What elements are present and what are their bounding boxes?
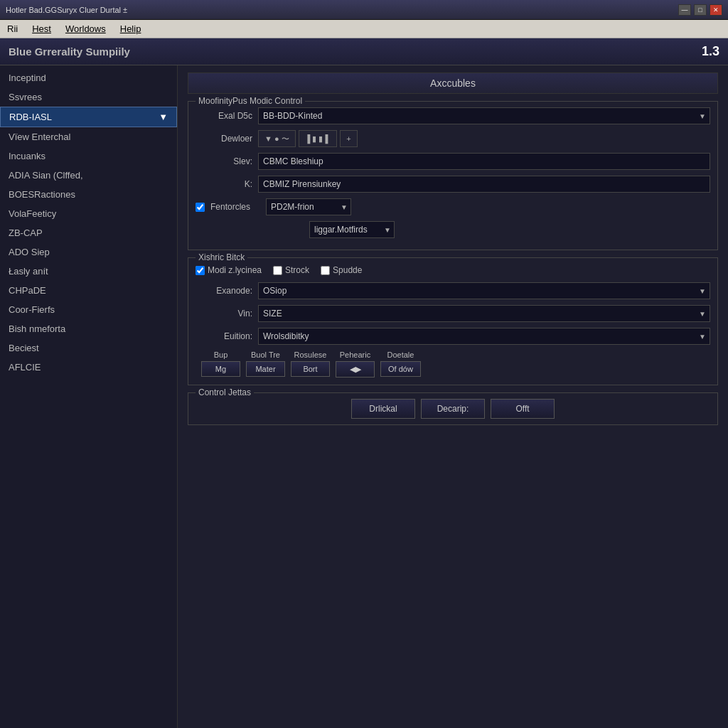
slev-row: Slev: [196, 153, 710, 170]
buol-tre-label: Buol Tre [251, 350, 280, 359]
doetale-button[interactable]: Of dów [380, 361, 421, 377]
fentorcles-select[interactable]: PD2M-frion [266, 198, 351, 215]
sidebar-item-bish[interactable]: Bish nmeforta [0, 319, 177, 338]
sidebar-item-view[interactable]: Vïew Enterchal [0, 127, 177, 146]
vin-row: Vin: SIZE ▼ [196, 305, 710, 322]
sidebar-item-rdb[interactable]: RDB-IASL ▼ [0, 107, 177, 127]
sidebar-item-inceptind[interactable]: Inceptind [0, 68, 177, 87]
modi-label: Modi z.lycinea [208, 265, 262, 275]
exanode-select-wrapper: OSiop ▼ [258, 282, 710, 299]
fentorcles-checkbox[interactable] [196, 203, 205, 212]
menu-rii[interactable]: Rii [3, 22, 22, 36]
xishric-block: Xishric Bitck Modi z.lycinea Strock Spud… [188, 257, 718, 385]
app-title: Blue Grrerality Sumpiily [9, 46, 130, 58]
sidebar-item-coor[interactable]: Coor-Fierfs [0, 300, 177, 319]
euition-row: Euition: Wrolsdibitky ▼ [196, 328, 710, 345]
vin-select[interactable]: SIZE [258, 305, 710, 322]
maximize-button[interactable]: □ [694, 4, 707, 16]
sidebar-item-ssvrees[interactable]: Ssvrees [0, 87, 177, 107]
sidebar-item-zbcap[interactable]: ZB-CAP [0, 223, 177, 242]
pehearic-button[interactable]: ◀▶ [336, 361, 375, 378]
dewloer-label: Dewloer [196, 134, 252, 144]
exal-dsc-label: Exal D5c [196, 111, 252, 121]
vin-select-wrapper: SIZE ▼ [258, 305, 710, 322]
window-header: Blue Grrerality Sumpiily 1.3 [0, 38, 728, 65]
sidebar-item-incuanks[interactable]: Incuanks [0, 146, 177, 166]
menu-hest[interactable]: Hest [28, 22, 55, 36]
action-buttons-row: Bup Mg Buol Tre Mater Rosulese Bort Pehe… [196, 350, 710, 378]
mater-button[interactable]: Mater [246, 361, 285, 377]
exanode-select[interactable]: OSiop [258, 282, 710, 299]
doetale-col: Doetale Of dów [380, 350, 421, 377]
strock-label: Strock [285, 265, 309, 275]
sidebar-item-lasly[interactable]: Łasly anít [0, 262, 177, 281]
k-row: K: [196, 176, 710, 193]
menu-helip[interactable]: Helip [116, 22, 146, 36]
control-jettas-group: Control Jettas Drlickal Decarip: Offt [188, 392, 718, 425]
k-label: K: [196, 179, 252, 189]
dropdown-arrow-icon: ▼ [159, 112, 168, 122]
menu-worldows[interactable]: Worldows [61, 22, 110, 36]
window-title: Hotler Bad.GGSuryx Cluer Durtal ± [6, 6, 127, 14]
liggar-select-wrapper: liggar.Motfirds ▼ [309, 221, 395, 238]
spudde-checkbox-item: Spudde [321, 265, 362, 275]
sidebar-item-chpade[interactable]: CHPaDE [0, 281, 177, 300]
modi-checkbox-item: Modi z.lycinea [196, 265, 262, 275]
rosulese-col: Rosulese Bort [291, 350, 330, 377]
moofini-group: MoofinityPus Modic Control Exal D5c BB-B… [188, 101, 718, 250]
decarip-button[interactable]: Decarip: [421, 399, 485, 419]
slev-input[interactable] [258, 153, 710, 170]
exal-dsc-select[interactable]: BB-BDD-Kinted [258, 107, 710, 124]
dewloer-btn3[interactable]: + [340, 130, 357, 147]
sidebar-item-beciest[interactable]: Beciest [0, 338, 177, 358]
circle-icon: ● [274, 134, 279, 143]
bup-col: Bup Mg [201, 350, 240, 377]
window-controls: — □ ✕ [678, 4, 722, 16]
close-button[interactable]: ✕ [710, 4, 722, 16]
spudde-label: Spudde [333, 265, 362, 275]
sidebar-item-boes[interactable]: BOESRactiones [0, 185, 177, 204]
main-window: Blue Grrerality Sumpiily 1.3 Inceptind S… [0, 38, 728, 728]
offt-button[interactable]: Offt [491, 399, 555, 419]
play-icon: ▼ [264, 134, 272, 143]
bup-button[interactable]: Mg [201, 361, 240, 377]
sidebar-item-aflcie[interactable]: AFLCIE [0, 358, 177, 377]
fentorcles-row: Fentorcles PD2M-frion ▼ [196, 198, 710, 215]
control-jettas-buttons: Drlickal Decarip: Offt [196, 399, 710, 419]
pehearic-col: Pehearic ◀▶ [336, 350, 375, 378]
dewloer-controls: ▼ ● 〜 ▐ ▮ ▮ ▌ + [258, 130, 710, 147]
xishric-title: Xishric Bitck [196, 252, 247, 262]
doetale-label: Doetale [387, 350, 414, 359]
sidebar-item-vola[interactable]: VolaFeeticy [0, 204, 177, 223]
panel-title: Axccubles [188, 73, 718, 94]
fentorcles-select-wrapper: PD2M-frion ▼ [266, 198, 351, 215]
dewloer-btn2[interactable]: ▐ ▮ ▮ ▌ [299, 130, 338, 147]
fentorcles-label: Fentorcles [210, 202, 260, 212]
version-label: 1.3 [702, 44, 719, 59]
minimize-button[interactable]: — [678, 4, 691, 16]
euition-select[interactable]: Wrolsdibitky [258, 328, 710, 345]
bar-icon: ▐ ▮ ▮ ▌ [305, 134, 331, 144]
dewloer-row: Dewloer ▼ ● 〜 ▐ ▮ ▮ ▌ + [196, 130, 710, 147]
buol-tre-col: Buol Tre Mater [246, 350, 285, 377]
euition-label: Euition: [196, 331, 252, 341]
drlickal-button[interactable]: Drlickal [351, 399, 415, 419]
sidebar-item-rdb-label: RDB-IASL [9, 112, 52, 122]
bort-button[interactable]: Bort [291, 361, 330, 377]
dewloer-btn1[interactable]: ▼ ● 〜 [258, 130, 296, 147]
vin-label: Vin: [196, 309, 252, 318]
menu-bar: Rii Hest Worldows Helip [0, 20, 728, 38]
wave-icon: 〜 [282, 134, 289, 144]
liggar-select[interactable]: liggar.Motfirds [309, 221, 395, 238]
strock-checkbox[interactable] [273, 266, 282, 275]
slev-label: Slev: [196, 156, 252, 166]
content-area: Inceptind Ssvrees RDB-IASL ▼ Vïew Enterc… [0, 65, 728, 728]
pehearic-label: Pehearic [340, 350, 370, 359]
sidebar-item-adia[interactable]: ADIA Sian (Clffed, [0, 166, 177, 185]
modi-checkbox[interactable] [196, 266, 205, 275]
exal-dsc-wrapper: BB-BDD-Kinted ▼ [258, 107, 710, 124]
sidebar-item-ado[interactable]: ADO Siep [0, 242, 177, 262]
spudde-checkbox[interactable] [321, 266, 330, 275]
exanode-row: Exanode: OSiop ▼ [196, 282, 710, 299]
k-input[interactable] [258, 176, 710, 193]
